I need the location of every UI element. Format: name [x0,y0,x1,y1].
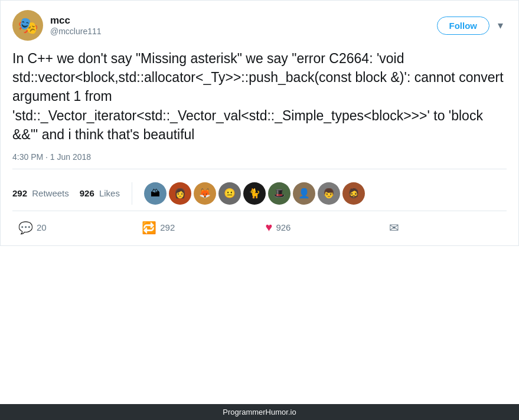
avatar[interactable]: 🎭 [12,10,43,41]
heart-icon: ♥ [266,221,273,234]
retweets-label: Retweets [32,188,69,198]
user-handle: @mcclure111 [50,27,102,36]
reply-icon: 💬 [18,221,33,235]
mail-action[interactable]: ✉ [383,217,507,238]
liker-avatar-1: 🏔 [144,182,167,205]
reply-action[interactable]: 💬 20 [12,217,136,238]
footer-bar: ProgrammerHumor.io [0,404,519,420]
liker-avatar-4: 😐 [218,182,241,205]
chevron-down-icon[interactable]: ▾ [494,17,507,34]
reply-count: 20 [37,222,47,232]
liker-avatar-2: 👩 [169,182,191,205]
retweet-count: 292 [160,222,175,232]
user-name: mcc [50,15,102,27]
retweets-stat: 292 Retweets [12,188,69,198]
tweet-actions: 💬 20 🔁 292 ♥ 926 ✉ [12,211,507,245]
tweet-stats: 292 Retweets 926 Likes 🏔 👩 🦊 😐 🐈 🎩 👤 👦 🧔 [12,176,507,211]
tweet-body: In C++ we don't say "Missing asterisk" w… [12,49,507,144]
tweet-card: 🎭 mcc @mcclure111 Follow ▾ In C++ we don… [0,0,519,246]
likes-stat: 926 Likes [80,188,120,198]
retweets-count: 292 [12,188,27,198]
tweet-header-right: Follow ▾ [437,17,507,35]
retweet-action[interactable]: 🔁 292 [136,217,259,238]
follow-button[interactable]: Follow [437,17,490,35]
liker-avatar-3: 🦊 [194,182,216,205]
user-info: mcc @mcclure111 [50,15,102,36]
liker-avatar-8: 👦 [318,182,340,205]
retweet-icon: 🔁 [142,221,156,235]
like-action[interactable]: ♥ 926 [260,217,383,238]
tweet-header: 🎭 mcc @mcclure111 Follow ▾ [12,10,507,41]
footer-text: ProgrammerHumor.io [223,408,296,416]
tweet-header-left: 🎭 mcc @mcclure111 [12,10,102,41]
liker-avatar-5: 🐈 [243,182,266,205]
tweet-timestamp: 4:30 PM · 1 Jun 2018 [12,152,507,169]
like-count: 926 [276,222,290,232]
liker-avatar-6: 🎩 [268,182,290,205]
mail-icon: ✉ [389,221,399,235]
liker-avatar-9: 🧔 [342,182,365,205]
likes-count: 926 [80,188,94,198]
stats-numbers: 292 Retweets 926 Likes [12,188,132,198]
liker-avatar-7: 👤 [293,182,315,205]
likers-avatar-row: 🏔 👩 🦊 😐 🐈 🎩 👤 👦 🧔 [132,182,365,205]
likes-label: Likes [99,188,120,198]
